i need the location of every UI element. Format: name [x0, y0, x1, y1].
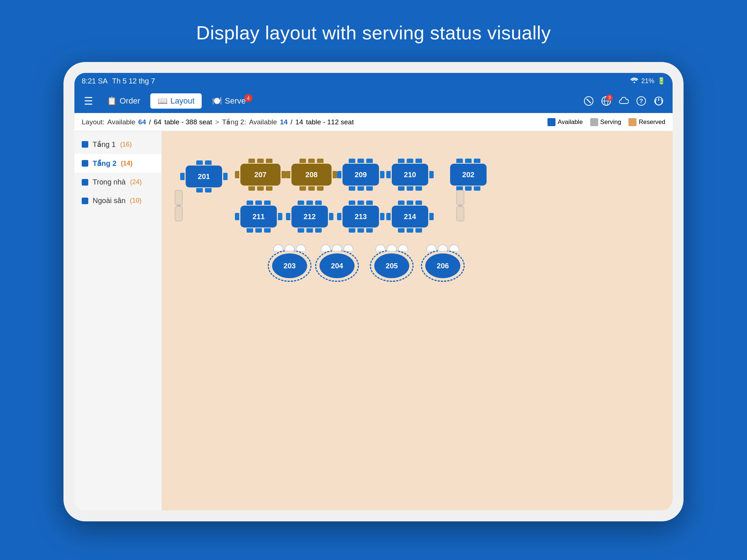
help-icon[interactable]: ?: [633, 93, 649, 109]
legend-reserved-color: [628, 118, 636, 126]
breadcrumb-arrow: >: [215, 118, 219, 126]
table-205[interactable]: 205: [370, 244, 414, 282]
trongnha-color: [82, 179, 88, 186]
table-204[interactable]: 204: [315, 244, 359, 282]
table-201[interactable]: 201: [180, 160, 228, 192]
svg-point-0: [634, 82, 635, 83]
wifi-icon: [630, 77, 638, 85]
sidebar: Tầng 1 (16) Tầng 2 (14) Trong nhà (24) N…: [74, 131, 162, 510]
main-content: Tầng 1 (16) Tầng 2 (14) Trong nhà (24) N…: [74, 131, 673, 510]
sidebar-item-trongnha[interactable]: Trong nhà (24): [74, 173, 162, 191]
breadcrumb-floor-table: table - 112 seat: [306, 118, 354, 126]
table-203[interactable]: 203: [268, 244, 311, 282]
legend: Available Serving Reserved: [547, 118, 665, 126]
status-date: Th 5 12 thg 7: [112, 77, 155, 85]
cloud-icon[interactable]: [616, 93, 632, 109]
sidebar-item-ngoaisan[interactable]: Ngoài sân (10): [74, 191, 162, 210]
ngoaisan-count: (10): [130, 197, 142, 205]
breadcrumb-floor-total: 14: [295, 118, 303, 126]
nav-tab-serve[interactable]: 🍽️ Serve 4: [205, 93, 253, 109]
nav-icons-group: 3 ?: [581, 93, 667, 109]
tang1-count: (16): [120, 141, 132, 148]
divider-shape: [172, 190, 185, 226]
tang2-label: Tầng 2: [93, 159, 116, 168]
tang1-label: Tầng 1: [93, 140, 116, 149]
nav-tab-order[interactable]: 📋 Order: [100, 93, 147, 109]
breadcrumb-bar: Layout: Available 64 / 64 table - 388 se…: [74, 113, 673, 131]
legend-serving-label: Serving: [600, 118, 622, 126]
svg-rect-12: [175, 206, 182, 221]
status-time: 8:21 SA: [82, 77, 108, 85]
tang1-color: [82, 141, 88, 148]
tang2-color: [82, 160, 88, 167]
table-206[interactable]: 206: [421, 244, 465, 282]
svg-rect-13: [457, 190, 464, 205]
svg-text:?: ?: [639, 98, 643, 104]
tablet-screen: 8:21 SA Th 5 12 thg 7 21% 🔋 ☰ 📋: [74, 73, 673, 510]
legend-serving-color: [590, 118, 598, 126]
breadcrumb-prefix: Layout:: [82, 118, 104, 126]
status-battery: 21%: [641, 77, 654, 85]
globe-icon[interactable]: 3: [598, 93, 614, 109]
serve-icon: 🍽️: [212, 96, 222, 106]
table-207[interactable]: 207: [235, 159, 286, 191]
ngoaisan-label: Ngoài sân: [93, 197, 125, 205]
breadcrumb-floor: Tầng 2:: [222, 118, 246, 126]
layout-icon: 📖: [158, 96, 167, 106]
nav-tab-layout[interactable]: 📖 Layout: [150, 93, 202, 109]
serve-badge: 4: [244, 94, 252, 102]
table-212[interactable]: 212: [286, 201, 333, 233]
trongnha-label: Trong nhà: [93, 178, 125, 186]
layout-area: 2012072082092102022112122132142032042052…: [162, 131, 673, 510]
legend-reserved: Reserved: [628, 118, 665, 126]
svg-rect-15: [457, 206, 464, 221]
power-icon[interactable]: [651, 93, 667, 109]
table-210[interactable]: 210: [386, 159, 434, 191]
breadcrumb-slash2: /: [291, 118, 293, 126]
battery-icon: 🔋: [657, 77, 665, 85]
nav-bar: ☰ 📋 Order 📖 Layout 🍽️ Serve 4: [74, 89, 673, 113]
legend-available-label: Available: [558, 118, 583, 126]
order-icon: 📋: [107, 96, 117, 106]
status-bar: 8:21 SA Th 5 12 thg 7 21% 🔋: [74, 73, 673, 89]
breadcrumb-total: 64: [154, 118, 162, 126]
breadcrumb-slash: /: [149, 118, 151, 126]
svg-rect-10: [175, 190, 182, 205]
trongnha-count: (24): [130, 178, 142, 186]
legend-available-color: [547, 118, 556, 126]
table-213[interactable]: 213: [337, 201, 384, 233]
serve-label: Serve: [225, 96, 245, 106]
breadcrumb-available-label2: Available: [249, 118, 277, 126]
hamburger-button[interactable]: ☰: [80, 93, 97, 109]
sidebar-item-tang2[interactable]: Tầng 2 (14): [74, 154, 162, 173]
legend-reserved-label: Reserved: [639, 118, 665, 126]
page-headline: Display layout with serving status visua…: [196, 22, 551, 44]
breadcrumb-available-label: Available: [107, 118, 135, 126]
table-209[interactable]: 209: [337, 159, 384, 191]
breadcrumb-floor-available: 14: [280, 118, 287, 126]
breadcrumb-available-num: 64: [138, 118, 146, 126]
order-label: Order: [120, 96, 140, 106]
tablet-frame: 8:21 SA Th 5 12 thg 7 21% 🔋 ☰ 📋: [63, 62, 684, 521]
layout-label: Layout: [170, 96, 194, 106]
breadcrumb-table-info: table - 388 seat: [165, 118, 212, 126]
divider-shape: [454, 190, 467, 226]
sidebar-item-tang1[interactable]: Tầng 1 (16): [74, 135, 162, 154]
legend-available: Available: [547, 118, 583, 126]
globe-badge: 3: [606, 94, 613, 101]
table-214[interactable]: 214: [386, 201, 434, 233]
svg-line-2: [587, 99, 591, 103]
table-202[interactable]: 202: [450, 159, 487, 191]
table-208[interactable]: 208: [286, 159, 337, 191]
tang2-count: (14): [121, 160, 132, 167]
legend-serving: Serving: [590, 118, 622, 126]
table-211[interactable]: 211: [235, 201, 282, 233]
ngoaisan-color: [82, 198, 88, 204]
mute-icon[interactable]: [581, 93, 597, 109]
